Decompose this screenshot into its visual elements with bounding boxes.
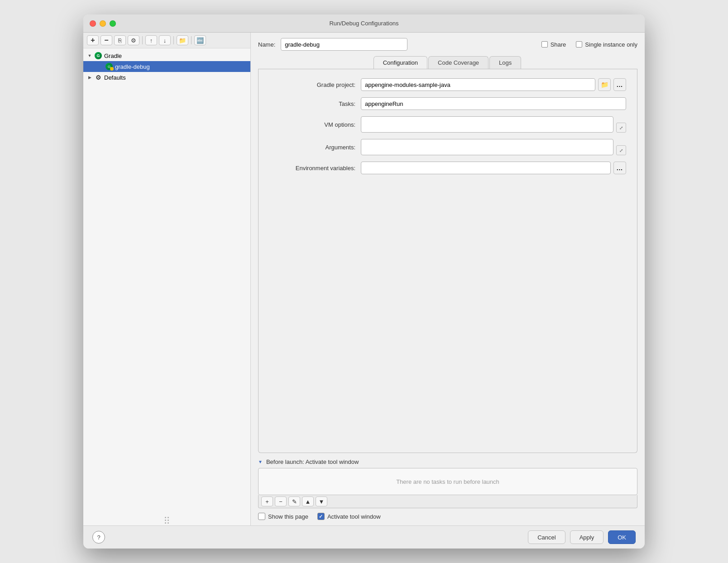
config-panel: Gradle project: 📁 ... Tasks:: [258, 69, 637, 453]
before-launch-edit-button[interactable]: ✎: [288, 496, 300, 506]
single-instance-label: Single instance only: [585, 41, 637, 48]
share-label: Share: [551, 41, 566, 48]
env-more-icon: ...: [617, 165, 623, 172]
add-config-button[interactable]: +: [87, 35, 99, 45]
apply-button[interactable]: Apply: [570, 530, 604, 544]
activate-window-row: Activate tool window: [317, 513, 381, 520]
before-launch-toolbar: + − ✎ ▲ ▼: [258, 495, 637, 508]
arguments-row: Arguments: ⤢: [269, 139, 626, 155]
title-bar: Run/Debug Configurations: [83, 14, 645, 33]
name-label: Name:: [258, 41, 275, 48]
folder-button[interactable]: 📁: [177, 35, 188, 45]
defaults-icon: ⚙: [94, 73, 102, 81]
env-vars-row: Environment variables: ...: [269, 162, 626, 174]
sidebar-item-gradle-group[interactable]: ▼ G Gradle: [83, 50, 250, 61]
cancel-button[interactable]: Cancel: [528, 530, 565, 544]
activate-window-label: Activate tool window: [327, 513, 381, 520]
tab-configuration[interactable]: Configuration: [374, 56, 427, 69]
move-up-button[interactable]: ↑: [145, 35, 157, 45]
env-vars-label: Environment variables:: [269, 165, 355, 172]
single-instance-checkbox[interactable]: [576, 41, 582, 48]
sidebar: + − ⎘ ⚙ ↑ ↓ 📁 🔤 ▼ G Gradle: [83, 33, 251, 525]
gradle-group-label: Gradle: [104, 52, 122, 59]
before-launch-down-button[interactable]: ▼: [316, 496, 327, 506]
sidebar-toolbar: + − ⎘ ⚙ ↑ ↓ 📁 🔤: [83, 33, 250, 48]
vm-options-wrapper: ⤢: [361, 116, 626, 133]
help-button[interactable]: ?: [92, 531, 105, 544]
tasks-row: Tasks:: [269, 97, 626, 110]
config-tree: ▼ G Gradle G gradle-debug: [83, 48, 250, 515]
vm-options-input[interactable]: [361, 116, 613, 133]
before-launch-add-button[interactable]: +: [261, 496, 273, 506]
settings-button[interactable]: ⚙: [128, 35, 139, 45]
tasks-label: Tasks:: [269, 100, 355, 107]
gradle-project-wrapper: 📁 ...: [361, 78, 626, 91]
tab-logs[interactable]: Logs: [489, 56, 521, 69]
show-page-checkbox[interactable]: [258, 513, 265, 520]
config-header-row: Name: Share Single instance only: [258, 38, 637, 51]
minimize-button[interactable]: [100, 20, 106, 27]
arguments-wrapper: ⤢: [361, 139, 626, 155]
close-button[interactable]: [90, 20, 96, 27]
vm-options-expand-button[interactable]: ⤢: [616, 123, 626, 133]
before-launch-section: ▼ Before launch: Activate tool window Th…: [258, 458, 637, 508]
toolbar-divider-2: [173, 36, 174, 44]
remove-config-button[interactable]: −: [101, 35, 112, 45]
toolbar-divider-1: [142, 36, 143, 44]
tree-arrow-gradle: ▼: [87, 53, 92, 58]
share-container: Share Single instance only: [541, 41, 637, 48]
gradle-project-label: Gradle project:: [269, 81, 355, 88]
env-vars-more-button[interactable]: ...: [613, 162, 626, 174]
run-debug-dialog: Run/Debug Configurations + − ⎘ ⚙ ↑ ↓ 📁 🔤: [83, 14, 645, 549]
arguments-expand-button[interactable]: ⤢: [616, 145, 626, 155]
vm-options-label: VM options:: [269, 121, 355, 128]
copy-config-button[interactable]: ⎘: [114, 35, 126, 45]
gradle-debug-label: gradle-debug: [115, 63, 150, 70]
expand-icon: ⤢: [619, 125, 623, 130]
gradle-project-browse-button[interactable]: 📁: [598, 78, 611, 91]
no-tasks-text: There are no tasks to run before launch: [396, 478, 499, 485]
env-vars-wrapper: ...: [361, 162, 626, 174]
before-launch-collapse-arrow[interactable]: ▼: [258, 459, 263, 464]
tree-arrow-defaults: ▶: [87, 75, 92, 80]
maximize-button[interactable]: [110, 20, 116, 27]
share-checkbox[interactable]: [541, 41, 548, 48]
help-icon: ?: [97, 534, 100, 541]
dialog-title: Run/Debug Configurations: [329, 20, 398, 27]
vm-options-row: VM options: ⤢: [269, 116, 626, 133]
tasks-input[interactable]: [361, 97, 626, 110]
arguments-input[interactable]: [361, 139, 613, 155]
bottom-options: Show this page Activate tool window: [258, 513, 637, 520]
name-input[interactable]: [281, 38, 407, 51]
gradle-debug-icon: G: [105, 62, 113, 71]
sidebar-resize-handle[interactable]: [163, 515, 171, 525]
more-icon: ...: [617, 81, 623, 88]
before-launch-remove-button[interactable]: −: [275, 496, 287, 506]
main-content: + − ⎘ ⚙ ↑ ↓ 📁 🔤 ▼ G Gradle: [83, 33, 645, 525]
sidebar-item-defaults[interactable]: ▶ ⚙ Defaults: [83, 72, 250, 83]
tab-code-coverage[interactable]: Code Coverage: [428, 56, 489, 69]
before-launch-title: Before launch: Activate tool window: [266, 458, 359, 465]
dialog-footer: ? Cancel Apply OK: [83, 525, 645, 549]
activate-window-checkbox[interactable]: [317, 513, 325, 520]
sidebar-item-gradle-debug[interactable]: G gradle-debug: [83, 61, 250, 72]
env-vars-input[interactable]: [361, 162, 611, 174]
show-page-row: Show this page: [258, 513, 308, 520]
expand-icon-2: ⤢: [619, 148, 623, 153]
gradle-group-icon: G: [94, 52, 102, 60]
window-controls: [90, 20, 116, 27]
ok-button[interactable]: OK: [608, 530, 636, 544]
before-launch-up-button[interactable]: ▲: [302, 496, 314, 506]
sort-button[interactable]: 🔤: [194, 35, 206, 45]
before-launch-header: ▼ Before launch: Activate tool window: [258, 458, 637, 465]
show-page-label: Show this page: [268, 513, 308, 520]
before-launch-list: There are no tasks to run before launch: [258, 468, 637, 495]
tabs-bar: Configuration Code Coverage Logs: [258, 56, 637, 69]
arguments-label: Arguments:: [269, 144, 355, 151]
gradle-project-input[interactable]: [361, 78, 595, 91]
gradle-project-more-button[interactable]: ...: [613, 78, 626, 91]
move-down-button[interactable]: ↓: [159, 35, 171, 45]
gradle-project-row: Gradle project: 📁 ...: [269, 78, 626, 91]
folder-icon: 📁: [601, 81, 608, 88]
right-panel: Name: Share Single instance only Configu…: [251, 33, 645, 525]
